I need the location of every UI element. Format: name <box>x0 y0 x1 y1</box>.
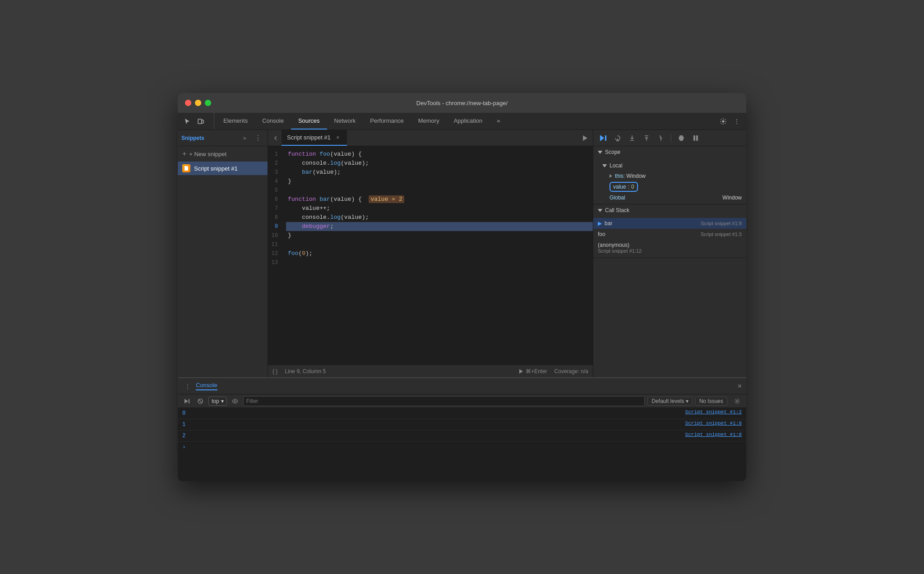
code-line-7: value++; <box>286 204 593 213</box>
cursor-icon[interactable] <box>181 116 193 127</box>
tab-elements[interactable]: Elements <box>216 113 255 130</box>
console-title[interactable]: Console <box>196 382 217 390</box>
code-line-10: } <box>286 231 593 240</box>
code-editor[interactable]: 1 2 3 4 5 6 7 8 9 10 11 12 13 function f… <box>268 146 593 365</box>
console-close-button[interactable]: × <box>738 382 742 390</box>
console-row-0: 0 Script snippet #1:2 <box>178 408 746 419</box>
svg-point-2 <box>722 120 725 122</box>
code-line-3: bar(value); <box>286 168 593 177</box>
execute-context-icon[interactable] <box>181 396 192 407</box>
svg-line-16 <box>199 399 202 403</box>
step-over-button[interactable] <box>611 132 624 144</box>
step-out-button[interactable] <box>640 132 653 144</box>
top-dropdown[interactable]: top ▾ <box>208 397 227 406</box>
callstack-triangle <box>598 209 602 212</box>
eye-icon[interactable] <box>230 396 240 407</box>
run-inline[interactable]: ⌘+Enter <box>519 368 547 375</box>
device-icon[interactable] <box>195 116 207 127</box>
tab-memory[interactable]: Memory <box>411 113 447 130</box>
console-prompt: › <box>178 442 746 452</box>
sidebar-more-btn[interactable]: » <box>239 132 250 144</box>
console-loc-2[interactable]: Script snippet #1:8 <box>685 432 742 437</box>
snippet-file-icon <box>182 164 190 172</box>
step-button[interactable] <box>655 132 667 144</box>
pause-exceptions-button[interactable] <box>689 132 702 144</box>
step-into-button[interactable] <box>626 132 638 144</box>
console-loc-1[interactable]: Script snippet #1:8 <box>685 421 742 426</box>
editor-tab-snippet1[interactable]: Script snippet #1 × <box>282 130 347 146</box>
scope-global[interactable]: Global Window <box>593 193 746 202</box>
block-icon[interactable] <box>195 396 206 407</box>
scope-section: Scope Local this : Window <box>593 146 746 204</box>
tab-performance[interactable]: Performance <box>363 113 411 130</box>
local-header[interactable]: Local <box>593 160 746 171</box>
scope-header[interactable]: Scope <box>593 146 746 158</box>
svg-point-17 <box>234 400 236 402</box>
svg-point-18 <box>736 400 738 402</box>
code-line-13 <box>286 258 593 267</box>
no-issues-button[interactable]: No Issues <box>695 397 727 406</box>
prompt-arrow-icon: › <box>182 444 186 450</box>
main-area: Snippets » ⋮ + + New snippet Script snip… <box>178 130 746 377</box>
console-filter-input[interactable] <box>243 396 645 406</box>
callstack-item-foo[interactable]: foo Script snippet #1:3 <box>593 229 746 240</box>
svg-rect-12 <box>696 135 698 141</box>
tab-network[interactable]: Network <box>327 113 363 130</box>
default-levels-button[interactable]: Default levels ▾ <box>647 397 692 406</box>
more-icon[interactable]: ⋮ <box>731 116 743 127</box>
svg-rect-11 <box>693 135 695 141</box>
line-numbers: 1 2 3 4 5 6 7 8 9 10 11 12 13 <box>268 146 286 365</box>
resume-play-icon <box>600 135 604 141</box>
console-header: ⋮ Console × <box>178 378 746 394</box>
svg-marker-3 <box>583 135 587 141</box>
maximize-button[interactable] <box>205 100 211 106</box>
tab-console[interactable]: Console <box>255 113 291 130</box>
callstack-section: Call Stack ▶ bar Script snippet #1:9 foo… <box>593 204 746 258</box>
tab-sources[interactable]: Sources <box>291 113 327 130</box>
sidebar-item-snippet1[interactable]: Script snippet #1 <box>178 162 268 175</box>
dropdown-arrow-icon: ▾ <box>221 398 224 404</box>
format-button[interactable]: { } <box>273 368 277 375</box>
sidebar-title: Snippets <box>181 135 237 141</box>
top-tab-bar: Elements Console Sources Network Perform… <box>178 113 746 130</box>
callstack-item-bar[interactable]: ▶ bar Script snippet #1:9 <box>593 218 746 229</box>
close-button[interactable] <box>185 100 191 106</box>
cursor-position: Line 9, Column 5 <box>285 368 326 375</box>
console-toolbar: top ▾ Default levels ▾ No Issues <box>178 394 746 408</box>
code-line-5 <box>286 186 593 195</box>
right-panel: Scope Local this : Window <box>593 130 746 377</box>
editor-run-button[interactable] <box>577 130 593 146</box>
callstack-item-anonymous[interactable]: (anonymous) Script snippet #1:12 <box>593 240 746 256</box>
code-line-6: function bar(value) { value = 2 <box>286 195 593 204</box>
console-row-1: 1 Script snippet #1:8 <box>178 419 746 430</box>
svg-marker-13 <box>185 399 188 403</box>
code-line-1: function foo(value) { <box>286 150 593 159</box>
title-bar: DevTools - chrome://new-tab-page/ <box>178 93 746 113</box>
console-settings-icon[interactable] <box>732 396 743 407</box>
minimize-button[interactable] <box>195 100 201 106</box>
code-line-11 <box>286 240 593 249</box>
callstack-arrow-icon: ▶ <box>598 220 602 227</box>
callstack-header[interactable]: Call Stack <box>593 204 746 216</box>
code-line-2: console.log(value); <box>286 159 593 168</box>
tab-application[interactable]: Application <box>447 113 490 130</box>
tab-more[interactable]: » <box>490 113 507 130</box>
svg-rect-0 <box>198 119 202 124</box>
new-snippet-button[interactable]: + + New snippet <box>178 146 268 162</box>
devtools-window: DevTools - chrome://new-tab-page/ Elemen… <box>178 93 746 481</box>
editor-nav-back[interactable] <box>270 130 282 146</box>
code-content[interactable]: function foo(value) { console.log(value)… <box>286 146 593 365</box>
settings-icon[interactable] <box>717 116 729 127</box>
scope-item-value[interactable]: value : 0 <box>593 181 746 193</box>
resume-button[interactable] <box>597 132 610 144</box>
tab-icons <box>181 113 214 130</box>
console-loc-0[interactable]: Script snippet #1:2 <box>685 409 742 415</box>
sidebar-menu-btn[interactable]: ⋮ <box>252 132 264 144</box>
traffic-lights <box>185 100 211 106</box>
console-menu-icon[interactable]: ⋮ <box>182 381 193 392</box>
coverage-label: Coverage: n/a <box>554 368 588 375</box>
scope-item-this[interactable]: this : Window <box>593 171 746 181</box>
deactivate-breakpoints-button[interactable] <box>675 132 688 144</box>
resume-pause-icon <box>605 135 606 141</box>
editor-tab-close[interactable]: × <box>334 134 342 141</box>
